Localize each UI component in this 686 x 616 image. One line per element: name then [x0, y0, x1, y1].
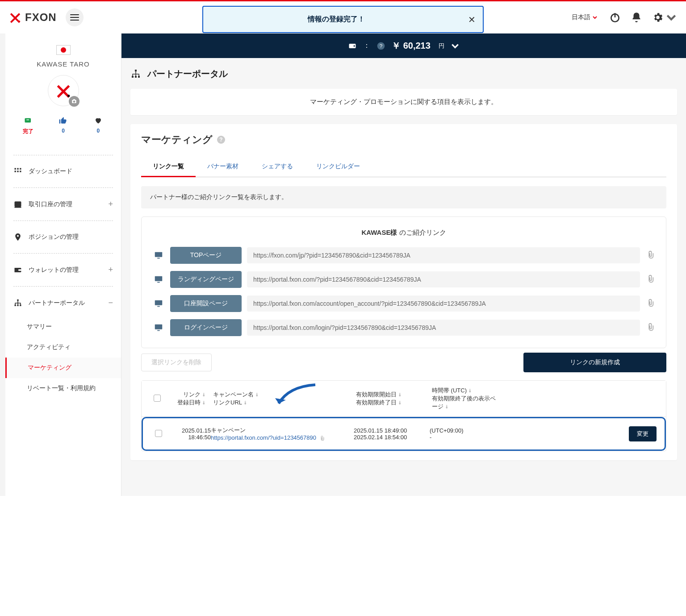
link-url[interactable]: https://portal.fxon.com/login/?pid=12345…	[247, 320, 640, 336]
svg-rect-21	[135, 70, 137, 71]
subnav-summary[interactable]: サマリー	[19, 316, 121, 337]
monitor-icon	[152, 249, 165, 262]
select-all-checkbox[interactable]	[154, 395, 161, 402]
monitor-icon	[152, 273, 165, 286]
page-title: パートナーポータル	[147, 68, 228, 80]
svg-rect-16	[20, 304, 21, 306]
tab-banner[interactable]: バナー素材	[196, 157, 250, 177]
stat-likes: 0	[50, 116, 76, 135]
svg-rect-4	[25, 118, 31, 123]
monitor-icon	[152, 321, 165, 334]
link-url[interactable]: https://portal.fxon.com/account/open_acc…	[247, 296, 640, 312]
section-title: マーケティング	[141, 133, 213, 146]
svg-rect-24	[138, 76, 140, 78]
change-button[interactable]: 変更	[629, 426, 657, 441]
svg-rect-13	[17, 299, 18, 300]
expand-icon: +	[108, 200, 113, 209]
toast-message: 情報の登録完了！	[308, 15, 365, 23]
profile-name: KAWASE TARO	[5, 60, 121, 68]
copy-icon[interactable]	[645, 250, 655, 261]
power-icon[interactable]	[609, 12, 621, 23]
sidebar: KAWASE TARO 完了 0 0	[5, 33, 121, 496]
nav-accounts[interactable]: 取引口座の管理 +	[5, 191, 121, 218]
stat-complete: 完了	[15, 116, 42, 135]
svg-point-0	[18, 21, 20, 22]
svg-rect-10	[20, 171, 21, 172]
svg-rect-32	[157, 330, 160, 331]
annotation-arrow	[275, 382, 320, 412]
logo[interactable]: FXON	[9, 11, 57, 24]
svg-rect-9	[17, 171, 18, 172]
svg-rect-29	[155, 300, 163, 305]
nav-partner[interactable]: パートナーポータル −	[5, 289, 121, 316]
svg-rect-6	[17, 168, 18, 170]
svg-rect-8	[15, 171, 16, 172]
tab-notice: パートナー様のご紹介リンク一覧を表示します。	[141, 186, 666, 208]
svg-rect-15	[17, 304, 18, 306]
monitor-icon	[152, 297, 165, 310]
colon-label: ：	[363, 41, 370, 50]
referral-title: KAWASE様 のご紹介リンク	[152, 229, 655, 237]
svg-rect-12	[15, 207, 21, 208]
collapse-icon: −	[108, 298, 113, 308]
svg-rect-14	[15, 304, 16, 306]
link-type-badge: 口座開設ページ	[170, 295, 242, 312]
bell-icon[interactable]	[631, 12, 642, 23]
svg-rect-11	[15, 201, 21, 207]
country-flag	[56, 45, 71, 55]
help-icon[interactable]: ?	[217, 136, 225, 144]
toast-notification: 情報の登録完了！ ✕	[202, 6, 484, 33]
nav-dashboard[interactable]: ダッシュボード	[5, 158, 121, 185]
expand-icon: +	[108, 265, 113, 275]
highlighted-row: 2025.01.15 18:46:50 キャンペーン https://porta…	[142, 417, 666, 451]
svg-point-18	[354, 45, 355, 46]
link-type-badge: ログインページ	[170, 319, 242, 336]
toast-close-button[interactable]: ✕	[468, 14, 476, 25]
svg-rect-5	[15, 168, 16, 170]
nav-positions[interactable]: ポジションの管理	[5, 224, 121, 250]
link-url[interactable]: https://portal.fxon.com/?pid=1234567890&…	[247, 271, 640, 287]
campaign-url-link[interactable]: https://portal.fxon.com/?uid=1234567890	[211, 434, 316, 441]
svg-rect-28	[157, 282, 160, 283]
hamburger-menu[interactable]	[66, 8, 84, 26]
subnav-rebate[interactable]: リベート一覧・利用規約	[19, 378, 121, 399]
avatar[interactable]	[48, 75, 79, 106]
link-url[interactable]: https://fxon.com/jp/?pid=1234567890&cid=…	[247, 247, 640, 263]
svg-point-3	[67, 95, 70, 97]
subnav-marketing[interactable]: マーケティング	[5, 358, 121, 378]
camera-icon[interactable]	[69, 96, 79, 107]
tab-builder[interactable]: リンクビルダー	[305, 157, 372, 177]
svg-rect-31	[155, 325, 163, 329]
gear-icon[interactable]	[652, 12, 677, 23]
copy-icon[interactable]	[645, 298, 655, 309]
subnav-activity[interactable]: アクティビティ	[19, 337, 121, 358]
svg-rect-22	[132, 76, 134, 78]
tab-link-list[interactable]: リンク一覧	[141, 157, 196, 177]
balance-bar[interactable]: ： ? ￥ 60,213 円	[121, 33, 686, 58]
copy-icon[interactable]	[645, 322, 655, 333]
attach-icon[interactable]	[316, 434, 325, 441]
logo-text: FXON	[25, 11, 57, 24]
svg-rect-26	[157, 258, 160, 259]
row-checkbox[interactable]	[155, 430, 162, 437]
link-type-badge: TOPページ	[170, 247, 242, 264]
sitemap-icon	[130, 69, 141, 79]
svg-rect-27	[155, 276, 163, 281]
svg-text:?: ?	[380, 43, 383, 49]
delete-links-button[interactable]: 選択リンクを削除	[141, 354, 212, 371]
svg-rect-30	[157, 306, 160, 307]
stat-favorites: 0	[85, 116, 112, 135]
tab-share[interactable]: シェアする	[250, 157, 305, 177]
info-card: マーケティング・プロモーションに関する項目を表示します。	[130, 89, 677, 115]
link-type-badge: ランディングページ	[170, 271, 242, 288]
copy-icon[interactable]	[645, 274, 655, 285]
language-selector[interactable]: 日本語	[572, 13, 598, 21]
svg-rect-23	[135, 76, 137, 78]
create-link-button[interactable]: リンクの新規作成	[523, 353, 666, 372]
svg-rect-25	[155, 252, 163, 257]
svg-rect-7	[20, 168, 21, 170]
nav-wallet[interactable]: ウォレットの管理 +	[5, 256, 121, 283]
